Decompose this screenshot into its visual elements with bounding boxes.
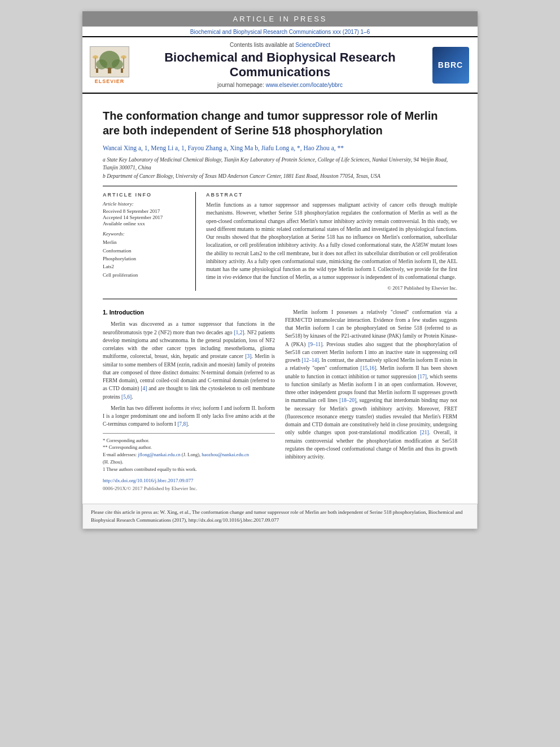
elsevier-logo-image xyxy=(90,46,129,77)
available-date: Available online xxx xyxy=(103,221,189,226)
doi-link[interactable]: http://dx.doi.org/10.1016/j.bbrc.2017.09… xyxy=(103,477,275,485)
elsevier-label: ELSEVIER xyxy=(95,78,125,84)
article-in-press-banner: ARTICLE IN PRESS xyxy=(82,11,478,27)
homepage-prefix: journal homepage: xyxy=(217,82,266,88)
svg-rect-9 xyxy=(123,58,124,69)
ref-18-20[interactable]: [18–20] xyxy=(339,397,356,403)
svg-point-2 xyxy=(96,59,107,69)
citation-text: Please cite this article in press as: W.… xyxy=(91,509,462,523)
footnotes: * Corresponding author. ** Corresponding… xyxy=(103,433,275,473)
homepage-line: journal homepage: www.elsevier.com/locat… xyxy=(135,82,425,88)
keyword-4: Lats2 xyxy=(103,263,189,270)
intro-heading: 1. Introduction xyxy=(103,308,275,317)
svg-point-3 xyxy=(112,59,123,69)
intro-para1: Merlin was discovered as a tumor suppres… xyxy=(103,320,275,401)
body-col-right: Merlin isoform I possesses a relatively … xyxy=(285,308,457,493)
body-col-left: 1. Introduction Merlin was discovered as… xyxy=(103,308,275,493)
contents-link[interactable]: ScienceDirect xyxy=(295,42,330,48)
elsevier-tree-svg xyxy=(90,47,129,77)
section-divider-1 xyxy=(103,186,457,186)
page: ARTICLE IN PRESS Biochemical and Biophys… xyxy=(82,11,478,529)
ref-7-8[interactable]: [7,8] xyxy=(177,421,187,427)
issn-line: 0006-291X/© 2017 Published by Elsevier I… xyxy=(103,485,275,493)
history-label: Article history: xyxy=(103,201,189,207)
authors-text: Wancai Xing a, 1, Meng Li a, 1, Fayou Zh… xyxy=(103,145,344,151)
svg-rect-6 xyxy=(121,68,123,73)
affiliation-a: a State Key Laboratory of Medicinal Chem… xyxy=(103,156,457,172)
svg-point-8 xyxy=(93,55,98,59)
elsevier-logo: ELSEVIER xyxy=(89,46,130,84)
ref-1-2[interactable]: [1,2] xyxy=(234,330,244,335)
keyword-3: Phosphorylation xyxy=(103,255,189,263)
ref-21[interactable]: [21] xyxy=(420,430,429,435)
intro-para2: Merlin has two different isoforms in viv… xyxy=(103,404,275,429)
contents-line: Contents lists available at ScienceDirec… xyxy=(135,42,425,48)
keyword-1: Merlin xyxy=(103,238,189,246)
accepted-date: Accepted 14 September 2017 xyxy=(103,215,189,220)
ref-5-6[interactable]: [5,6] xyxy=(121,394,132,400)
main-content: The conformation change and tumor suppre… xyxy=(82,94,478,498)
bbrc-logo-image: BBRC xyxy=(432,47,469,84)
article-info-label: ARTICLE INFO xyxy=(103,192,189,198)
banner-text: ARTICLE IN PRESS xyxy=(233,15,327,23)
article-title: The conformation change and tumor suppre… xyxy=(103,108,457,138)
svg-point-10 xyxy=(121,55,126,59)
ref-9-11[interactable]: [9–11] xyxy=(308,342,322,347)
header-box: ELSEVIER Contents lists available at Sci… xyxy=(82,36,478,94)
homepage-link[interactable]: www.elsevier.com/locate/ybbrc xyxy=(266,82,343,88)
body-section: 1. Introduction Merlin was discovered as… xyxy=(103,308,457,493)
section-divider-2 xyxy=(103,299,457,299)
article-info-column: ARTICLE INFO Article history: Received 8… xyxy=(103,192,196,291)
email2-person: (H. Zhou). xyxy=(103,458,275,466)
footnote-double-star: ** Corresponding author. xyxy=(103,444,275,451)
contents-prefix: Contents lists available at xyxy=(230,42,295,48)
journal-ref: Biochemical and Biophysical Research Com… xyxy=(190,29,370,35)
doi-text: http://dx.doi.org/10.1016/j.bbrc.2017.09… xyxy=(103,478,194,483)
footnote-star: * Corresponding author. xyxy=(103,437,275,444)
abstract-text: Merlin functions as a tumor suppressor a… xyxy=(206,201,457,282)
keyword-2: Conformation xyxy=(103,247,189,255)
abstract-section-label: ABSTRACT xyxy=(206,192,457,198)
svg-rect-5 xyxy=(96,68,98,73)
abstract-column: ABSTRACT Merlin functions as a tumor sup… xyxy=(206,192,457,291)
journal-title: Biochemical and Biophysical Research Com… xyxy=(135,50,425,80)
authors-line: Wancai Xing a, 1, Meng Li a, 1, Fayou Zh… xyxy=(103,143,457,153)
svg-rect-7 xyxy=(95,58,96,69)
ref-4[interactable]: [4] xyxy=(141,386,147,391)
email2[interactable]: haozhou@nankai.edu.cn xyxy=(202,452,249,457)
email1-person: (J. Long), xyxy=(182,452,200,457)
ref-12-14[interactable]: [12–14] xyxy=(302,357,319,363)
svg-rect-4 xyxy=(108,68,111,73)
footnote-emails: E-mail addresses: jflong@nankai.edu.cn (… xyxy=(103,451,275,458)
journal-ref-line: Biochemical and Biophysical Research Com… xyxy=(82,27,478,36)
citation-box: Please cite this article in press as: W.… xyxy=(82,504,478,529)
received-date: Received 8 September 2017 xyxy=(103,208,189,214)
ref-17[interactable]: [17] xyxy=(418,374,427,379)
affiliation-b: b Department of Cancer Biology, Universi… xyxy=(103,173,457,180)
footnote1: 1 These authors contributed equally to t… xyxy=(103,466,275,473)
email-prefix: E-mail addresses: xyxy=(103,452,138,457)
keywords-label: Keywords: xyxy=(103,231,189,237)
email1[interactable]: jflong@nankai.edu.cn xyxy=(138,452,180,457)
ref-3[interactable]: [3] xyxy=(245,353,251,359)
bbrc-logo: BBRC xyxy=(430,47,471,84)
copyright-text: © 2017 Published by Elsevier Inc. xyxy=(206,285,457,291)
body-two-col: 1. Introduction Merlin was discovered as… xyxy=(103,308,457,493)
header-center: Contents lists available at ScienceDirec… xyxy=(135,42,425,88)
intro-para3: Merlin isoform I possesses a relatively … xyxy=(285,308,457,461)
keyword-5: Cell proliferation xyxy=(103,271,189,279)
ref-15-16[interactable]: [15,16] xyxy=(361,365,377,371)
bbrc-text: BBRC xyxy=(438,60,463,69)
article-info-abstract-columns: ARTICLE INFO Article history: Received 8… xyxy=(103,192,457,291)
